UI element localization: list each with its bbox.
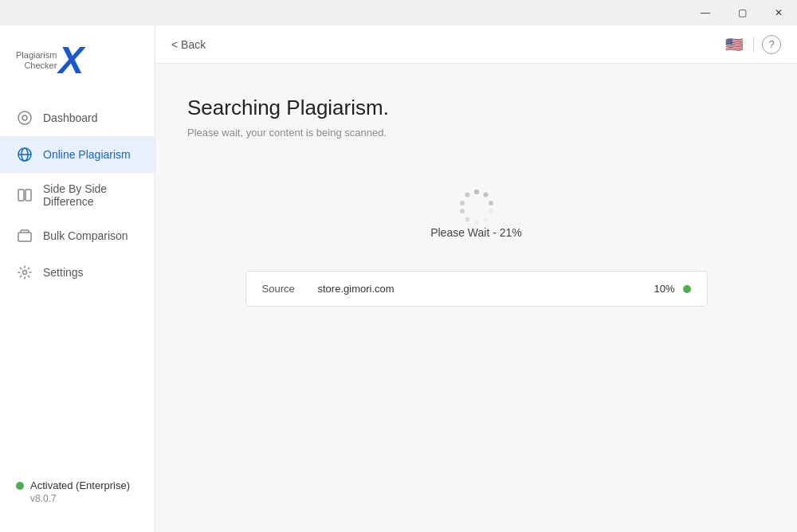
sidebar-item-bulk-comparison[interactable]: Bulk Comparison — [0, 217, 155, 254]
svg-rect-6 — [26, 190, 31, 201]
settings-icon — [16, 264, 33, 281]
language-flag[interactable]: 🇺🇸 — [723, 37, 745, 53]
sidebar-item-online-plagiarism[interactable]: Online Plagiarism — [0, 136, 155, 173]
sidebar-item-settings[interactable]: Settings — [0, 254, 155, 291]
logo-icon: Plagiarism Checker X — [16, 41, 84, 80]
svg-point-11 — [489, 201, 493, 205]
title-bar: — ▢ ✕ — [0, 0, 797, 25]
app-container: Plagiarism Checker X Dashboard — [0, 25, 797, 532]
settings-label: Settings — [43, 266, 84, 279]
sidebar-bottom: Activated (Enterprise) v8.0.7 — [0, 467, 155, 516]
activated-label: Activated (Enterprise) — [30, 479, 130, 491]
page-subtitle: Please wait, your content is being scann… — [187, 127, 765, 139]
source-label: Source — [262, 283, 318, 295]
activation-status: Activated (Enterprise) — [16, 479, 130, 491]
svg-point-10 — [483, 193, 488, 198]
source-result-container: Source store.gimori.com 10% — [245, 271, 708, 307]
sidebar-item-dashboard[interactable]: Dashboard — [0, 100, 155, 136]
wait-text: Please Wait - 21% — [430, 226, 522, 239]
topbar-divider — [753, 37, 754, 53]
svg-point-18 — [465, 193, 469, 198]
svg-point-15 — [465, 217, 469, 222]
svg-rect-7 — [18, 233, 31, 241]
minimize-button[interactable]: — — [687, 0, 724, 25]
bulk-comparison-icon — [16, 227, 33, 244]
side-by-side-label: Side By Side Difference — [43, 182, 139, 208]
help-button[interactable]: ? — [762, 35, 781, 54]
sidebar: Plagiarism Checker X Dashboard — [0, 25, 155, 532]
maximize-button[interactable]: ▢ — [724, 0, 760, 25]
spinner-area: Please Wait - 21% — [187, 186, 765, 239]
sidebar-item-side-by-side[interactable]: Side By Side Difference — [0, 173, 155, 217]
top-bar-right: 🇺🇸 ? — [723, 35, 781, 54]
main-content: < Back 🇺🇸 ? Searching Plagiarism. Please… — [155, 25, 797, 532]
svg-point-9 — [474, 190, 479, 194]
activated-dot — [16, 482, 24, 490]
back-button[interactable]: < Back — [171, 38, 206, 51]
svg-point-14 — [474, 220, 479, 225]
logo-area: Plagiarism Checker X — [0, 25, 155, 100]
dashboard-label: Dashboard — [43, 111, 98, 124]
logo-text-line2: Checker — [24, 61, 57, 71]
side-by-side-icon — [16, 186, 33, 204]
source-percent: 10% — [654, 283, 674, 295]
close-button[interactable]: ✕ — [760, 0, 797, 25]
svg-point-16 — [460, 209, 465, 213]
online-plagiarism-icon — [16, 146, 33, 163]
svg-point-17 — [460, 201, 465, 205]
svg-point-1 — [22, 115, 27, 120]
source-url: store.gimori.com — [318, 283, 654, 295]
bulk-comparison-label: Bulk Comparison — [43, 229, 128, 242]
svg-point-0 — [18, 111, 31, 124]
dashboard-icon — [16, 109, 33, 127]
svg-point-13 — [483, 217, 488, 222]
content-area: Searching Plagiarism. Please wait, your … — [155, 64, 797, 532]
svg-point-8 — [23, 271, 27, 275]
loading-spinner — [457, 186, 497, 226]
top-bar: < Back 🇺🇸 ? — [155, 25, 797, 64]
version-label: v8.0.7 — [30, 493, 57, 504]
logo-x: X — [58, 41, 84, 80]
online-plagiarism-label: Online Plagiarism — [43, 148, 131, 161]
source-status-dot — [683, 285, 691, 293]
page-title: Searching Plagiarism. — [187, 96, 765, 120]
svg-point-12 — [489, 209, 493, 213]
logo-text-line1: Plagiarism — [16, 50, 57, 61]
source-row: Source store.gimori.com 10% — [246, 272, 707, 306]
svg-rect-5 — [18, 190, 24, 201]
